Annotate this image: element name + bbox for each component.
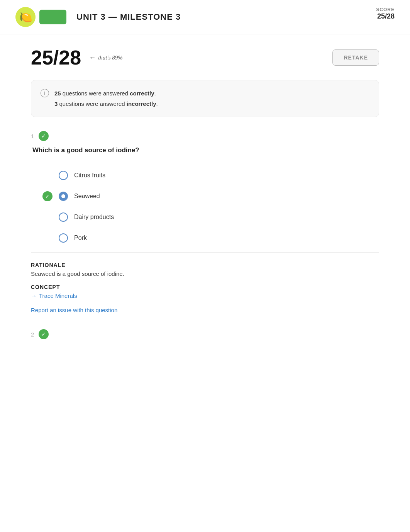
question-1-options: ✓ Citrus fruits ✓ Seaweed ✓ Dairy produc… [39,165,379,248]
concept-link[interactable]: → Trace Minerals [31,292,379,299]
score-percentage-text: that's 89% [98,54,123,61]
question-1-correct-icon: ✓ [39,131,49,141]
question-2-number: 2 [31,331,34,338]
concept-label: CONCEPT [31,284,379,290]
main-content: 25/28 ← that's 89% RETAKE i 25 questions… [0,34,410,355]
question-1-number-row: 1 ✓ [31,131,379,141]
option-pork[interactable]: ✓ Pork [39,228,379,248]
concept-link-text: Trace Minerals [39,292,77,299]
retake-button[interactable]: RETAKE [332,49,379,66]
page-title: UNIT 3 — MILESTONE 3 [76,12,181,22]
seaweed-radio-inner [61,194,65,198]
option-seaweed[interactable]: ✓ Seaweed [39,186,379,207]
divider [31,252,379,253]
seaweed-correct-icon: ✓ [42,191,53,201]
big-score-display: 25/28 [31,46,81,69]
report-issue-link[interactable]: Report an issue with this question [31,307,117,313]
score-annotation: ← that's 89% [89,54,123,62]
arrow-icon: ← [89,54,96,62]
header-score: SCORE 25/28 [376,7,395,20]
summary-text: 25 questions were answered correctly. 3 … [54,88,158,109]
question-1-text: Which is a good source of iodine? [32,146,379,154]
option-dairy[interactable]: ✓ Dairy products [39,207,379,228]
correct-emphasis: correctly [130,90,154,97]
rationale-label: RATIONALE [31,262,379,268]
question-2-number-row: 2 ✓ [31,329,379,339]
header: 🍋 UNIT 3 — MILESTONE 3 SCORE 25/28 [0,0,410,34]
correct-label: questions were answered [63,90,130,97]
dairy-label: Dairy products [74,214,114,221]
incorrect-count: 3 [54,100,58,107]
question-1-number: 1 [31,133,34,139]
header-logo: 🍋 UNIT 3 — MILESTONE 3 [15,7,181,27]
rationale-section: RATIONALE Seaweed is a good source of io… [31,262,379,314]
incorrect-emphasis: incorrectly [127,100,156,107]
summary-box: i 25 questions were answered correctly. … [31,80,379,117]
pork-radio[interactable] [59,233,68,243]
dairy-radio[interactable] [59,212,68,222]
logo-icon: 🍋 [15,7,36,27]
seaweed-radio[interactable] [59,192,68,201]
score-value: 25/28 [376,12,395,20]
option-citrus[interactable]: ✓ Citrus fruits [39,165,379,186]
question-1-section: 1 ✓ Which is a good source of iodine? ✓ … [31,131,379,314]
pork-label: Pork [74,235,87,241]
correct-count: 25 [54,90,61,97]
concept-link-arrow: → [31,292,37,299]
incorrect-label: questions were answered [59,100,127,107]
logo-badge [39,10,66,24]
citrus-label: Citrus fruits [74,172,105,179]
question-2-correct-icon: ✓ [39,329,49,339]
score-label: SCORE [376,7,395,12]
info-icon: i [41,89,49,97]
seaweed-label: Seaweed [74,193,100,200]
citrus-radio[interactable] [59,171,68,180]
score-row: 25/28 ← that's 89% RETAKE [31,46,379,69]
rationale-text: Seaweed is a good source of iodine. [31,270,379,277]
